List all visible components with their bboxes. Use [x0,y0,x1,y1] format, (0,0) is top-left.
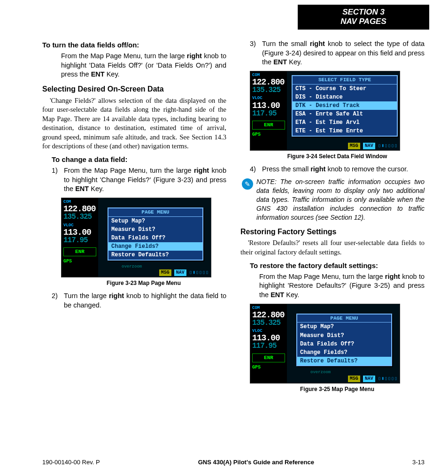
figure-3-23: COM 122.800 135.325 VLOC 113.00 117.95 E… [61,198,226,287]
pencil-icon: ✎ [242,178,253,190]
figure-3-25-caption: Figure 3-25 Map Page Menu [250,385,425,393]
heading-selecting-data: Selecting Desired On-Screen Data [42,84,226,94]
page-menu-1: PAGE MENU Setup Map? Measure Dist? Data … [108,207,203,261]
gns-screenshot-1: COM 122.800 135.325 VLOC 113.00 117.95 E… [61,198,211,277]
footer-center: GNS 430(A) Pilot's Guide and Reference [198,459,314,466]
gns-bottom-3: MSG NAV ▯▮▯▯▯▯ [289,376,398,382]
figure-3-23-caption: Figure 3-23 Map Page Menu [61,279,226,287]
step-1-body: From the Map Page Menu, turn the large r… [64,166,226,194]
section-header-line1: SECTION 3 [298,8,429,17]
step-4: 4) Press the small right knob to remove … [250,165,425,174]
para-restore: 'Restore Defaults?' resets all four user… [240,238,425,257]
note-block: ✎ NOTE: The on-screen traffic informatio… [240,177,425,222]
content-columns: To turn the data fields off/on: From the… [42,38,425,448]
heading-restore-steps: To restore the factory default settings: [250,261,425,270]
gns-screenshot-3: COM 122.800 135.325 VLOC 113.00 117.95 E… [250,304,400,384]
para-selecting-data: 'Change Fields?' allows selection of the… [42,96,226,151]
gns-main-2: SELECT FIELD TYPE CTS - Course To Steer … [287,71,400,150]
gns-main-1: PAGE MENU Setup Map? Measure Dist? Data … [98,198,211,277]
step-2: 2) Turn the large right knob to highligh… [52,292,226,310]
step-2-num: 2) [52,292,64,310]
figure-3-24: COM 122.800 135.325 VLOC 113.00 117.95 E… [250,71,425,160]
select-field-menu: SELECT FIELD TYPE CTS - Course To Steer … [292,75,398,137]
heading-datafields-toggle: To turn the data fields off/on: [42,40,226,50]
step-1: 1) From the Map Page Menu, turn the larg… [52,166,226,194]
gns-main-3: PAGE MENU Setup Map? Measure Dist? Data … [287,304,400,383]
step-4-num: 4) [250,165,262,174]
section-header-line2: NAV PAGES [298,17,429,26]
gns-left-panel: COM 122.800 135.325 VLOC 113.00 117.95 E… [62,198,99,277]
figure-3-24-caption: Figure 3-24 Select Data Field Window [250,153,425,160]
para-restore-step: From the Map Page Menu, turn the large r… [259,272,425,300]
gns-left-panel-2: COM 122.800 135.325 VLOC 113.00 117.95 E… [250,71,287,150]
step-4-body: Press the small right knob to remove the… [262,165,425,174]
note-icon: ✎ [240,177,255,222]
step-1-num: 1) [52,166,64,194]
page-footer: 190-00140-00 Rev. P GNS 430(A) Pilot's G… [42,459,425,466]
figure-3-25: COM 122.800 135.325 VLOC 113.00 117.95 E… [250,304,425,393]
footer-left: 190-00140-00 Rev. P [42,459,100,466]
gns-bottom-1: MSG NAV ▯▮▯▯▯▯ [100,269,209,276]
heading-restore: Restoring Factory Settings [240,227,425,237]
page-menu-3: PAGE MENU Setup Map? Measure Dist? Data … [296,314,392,367]
footer-right: 3-13 [412,459,425,466]
step-2-body: Turn the large right knob to highlight t… [64,292,226,310]
gns-left-panel-3: COM 122.800 135.325 VLOC 113.00 117.95 E… [250,304,287,383]
page: SECTION 3 NAV PAGES To turn the data fie… [0,0,448,476]
heading-change-field: To change a data field: [52,155,226,164]
step-3-body: Turn the small right knob to select the … [262,39,425,67]
step-3: 3) Turn the small right knob to select t… [250,39,425,67]
para-datafields-toggle: From the Map Page Menu, turn the large r… [61,52,226,79]
section-header: SECTION 3 NAV PAGES [298,5,429,30]
step-3-num: 3) [250,39,262,67]
note-text: NOTE: The on-screen traffic information … [256,177,425,222]
gns-screenshot-2: COM 122.800 135.325 VLOC 113.00 117.95 E… [250,71,400,151]
gns-bottom-2: MSG NAV ▯▮▯▯▯▯ [289,143,398,149]
